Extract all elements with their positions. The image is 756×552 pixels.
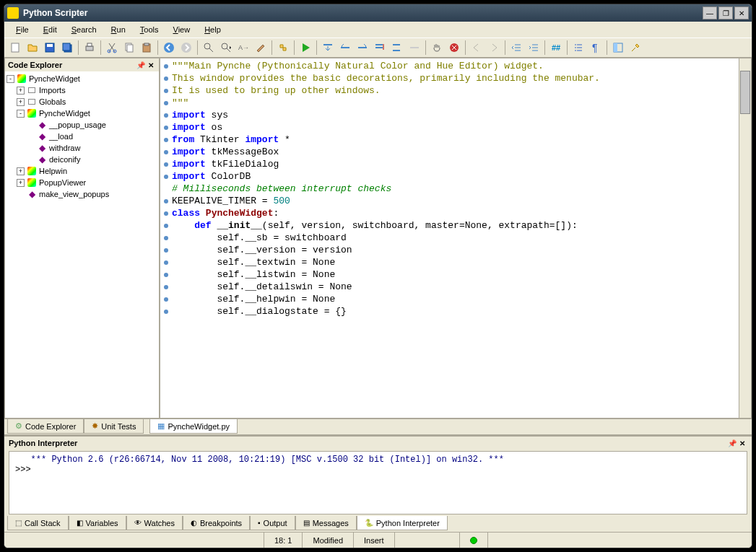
tab-breakpoints[interactable]: ◐Breakpoints <box>183 516 250 530</box>
tab-unit-tests[interactable]: ✸Unit Tests <box>84 419 144 434</box>
code-line[interactable]: # Milliseconds between interrupt checks <box>160 183 738 195</box>
scrollbar-thumb[interactable] <box>740 71 750 114</box>
tab-watches[interactable]: 👁Watches <box>126 516 183 530</box>
tree-toggle-icon[interactable]: + <box>17 167 25 175</box>
code-line[interactable]: import tkFileDialog <box>160 158 738 170</box>
tree-node[interactable]: ◆__load <box>6 131 157 142</box>
tree-node[interactable]: +Helpwin <box>6 165 157 177</box>
tree-node[interactable]: +Imports <box>6 84 157 96</box>
step-over-button[interactable] <box>337 40 353 56</box>
paste-button[interactable] <box>139 40 155 56</box>
list-button[interactable] <box>570 40 586 56</box>
run-to-cursor-button[interactable] <box>372 40 388 56</box>
code-line[interactable]: This window provides the basic decoratio… <box>160 72 738 84</box>
vertical-scrollbar[interactable] <box>739 58 751 418</box>
continue-button[interactable] <box>389 40 405 56</box>
print-button[interactable] <box>82 40 97 56</box>
interpreter-pin-icon[interactable]: 📌 <box>727 438 737 448</box>
code-line[interactable]: self.__textwin = None <box>160 256 738 268</box>
code-editor[interactable]: """Main Pynche (Pythonically Natural Col… <box>160 60 738 418</box>
tree-toggle-icon[interactable]: - <box>6 75 14 83</box>
pin-icon[interactable]: 📌 <box>136 60 146 70</box>
step-into-button[interactable] <box>320 40 336 56</box>
tree-toggle-icon[interactable]: - <box>17 110 25 118</box>
tree-view[interactable]: -PyncheWidget+Imports+Globals-PyncheWidg… <box>5 71 159 418</box>
tab-output[interactable]: ▪Output <box>250 516 295 530</box>
menu-search[interactable]: Search <box>66 24 103 35</box>
python-button[interactable] <box>275 40 291 56</box>
code-line[interactable]: self.__detailswin = None <box>160 281 738 293</box>
tree-node[interactable]: +PopupViewer <box>6 177 157 188</box>
close-button[interactable]: ✕ <box>734 6 749 19</box>
menu-view[interactable]: View <box>167 24 196 35</box>
code-line[interactable]: import sys <box>160 109 738 121</box>
nav-fwd-button[interactable] <box>486 40 502 56</box>
tools-button[interactable] <box>627 40 643 56</box>
new-file-button[interactable] <box>7 40 23 56</box>
code-line[interactable]: self.__version = version <box>160 244 738 256</box>
comment-button[interactable]: ## <box>548 40 564 56</box>
menu-file[interactable]: File <box>10 24 35 35</box>
menu-tools[interactable]: Tools <box>134 24 165 35</box>
brush-button[interactable] <box>253 40 269 56</box>
search-next-button[interactable] <box>218 40 234 56</box>
layout-button[interactable] <box>610 40 626 56</box>
tree-node[interactable]: -PyncheWidget <box>6 108 157 119</box>
tree-node[interactable]: ◆withdraw <box>6 142 157 154</box>
hand-tool-button[interactable] <box>429 40 445 56</box>
code-line[interactable]: class PyncheWidget: <box>160 207 738 219</box>
code-line[interactable]: KEEPALIVE_TIMER = 500 <box>160 195 738 207</box>
tree-node[interactable]: ◆make_view_popups <box>6 188 157 200</box>
tree-toggle-icon[interactable]: + <box>17 179 25 187</box>
code-line[interactable]: def __init__(self, version, switchboard,… <box>160 219 738 232</box>
code-line[interactable]: import os <box>160 121 738 133</box>
minimize-button[interactable]: — <box>703 6 717 19</box>
menu-run[interactable]: Run <box>105 24 131 35</box>
code-line[interactable]: from Tkinter import * <box>160 133 738 146</box>
code-line[interactable]: It is used to bring up other windows. <box>160 84 738 97</box>
tree-node[interactable]: ◆__popup_usage <box>6 119 157 131</box>
interpreter-close-icon[interactable]: ✕ <box>737 438 747 448</box>
forward-button[interactable] <box>178 40 194 56</box>
run-button[interactable] <box>297 40 313 56</box>
tab-python-interpreter[interactable]: 🐍Python Interpreter <box>357 516 448 530</box>
nav-back-button[interactable] <box>469 40 485 56</box>
save-all-button[interactable] <box>59 40 75 56</box>
code-line[interactable]: import ColorDB <box>160 170 738 183</box>
outdent-button[interactable] <box>508 40 524 56</box>
back-button[interactable] <box>161 40 177 56</box>
abort-button[interactable] <box>446 40 462 56</box>
search-button[interactable] <box>201 40 217 56</box>
replace-button[interactable]: A→B <box>235 40 251 56</box>
copy-button[interactable] <box>121 40 137 56</box>
menu-help[interactable]: Help <box>199 24 227 35</box>
step-out-button[interactable] <box>355 40 370 56</box>
code-line[interactable]: self.__listwin = None <box>160 268 738 281</box>
tab-variables[interactable]: ◧Variables <box>69 516 126 530</box>
tree-node[interactable]: -PyncheWidget <box>6 73 157 84</box>
tab-call-stack[interactable]: ⬚Call Stack <box>7 516 69 530</box>
stop-debug-button[interactable] <box>407 40 422 56</box>
titlebar[interactable]: Python Scripter — ❐ ✕ <box>4 4 752 22</box>
open-file-button[interactable] <box>25 40 40 56</box>
panel-close-icon[interactable]: ✕ <box>146 60 156 70</box>
save-button[interactable] <box>42 40 58 56</box>
cut-button[interactable] <box>104 40 120 56</box>
tab-messages[interactable]: ▤Messages <box>295 516 357 530</box>
tree-toggle-icon[interactable]: + <box>17 98 25 106</box>
tab-code-explorer[interactable]: ⚙Code Explorer <box>7 419 84 434</box>
tree-toggle-icon[interactable]: + <box>17 87 25 95</box>
code-line[interactable]: """ <box>160 97 738 109</box>
tree-node[interactable]: ◆deiconify <box>6 154 157 165</box>
code-line[interactable]: """Main Pynche (Pythonically Natural Col… <box>160 60 738 72</box>
code-line[interactable]: self.__dialogstate = {} <box>160 305 738 317</box>
code-line[interactable]: self.__helpwin = None <box>160 293 738 305</box>
menu-edit[interactable]: Edit <box>38 24 63 35</box>
code-line[interactable]: import tkMessageBox <box>160 146 738 158</box>
code-line[interactable]: self.__sb = switchboard <box>160 232 738 244</box>
indent-button[interactable] <box>526 40 542 56</box>
interpreter-console[interactable]: *** Python 2.6 (r26:66714, Nov 11 2008, … <box>9 451 747 514</box>
tree-node[interactable]: +Globals <box>6 96 157 108</box>
tab-editor-file[interactable]: ▦PyncheWidget.py <box>149 419 238 434</box>
pilcrow-button[interactable]: ¶ <box>588 40 604 56</box>
